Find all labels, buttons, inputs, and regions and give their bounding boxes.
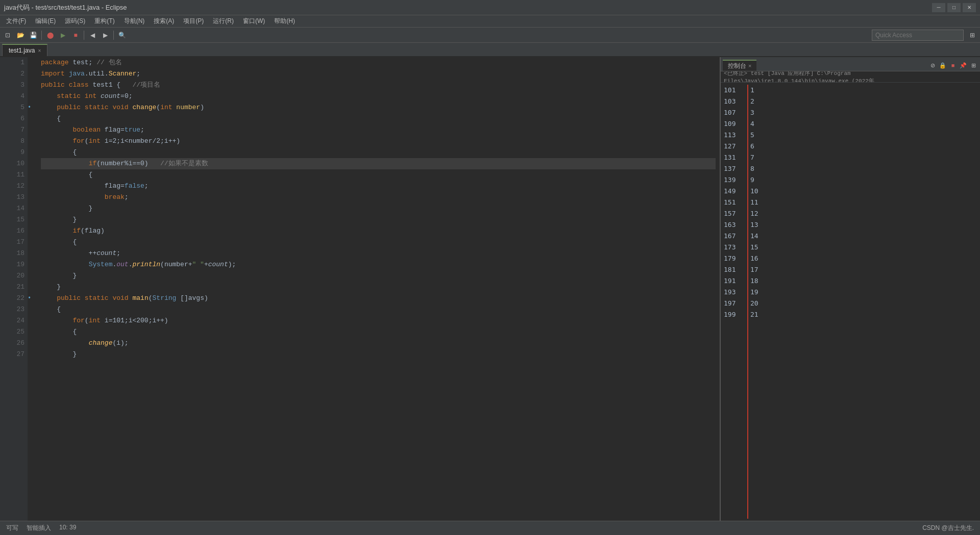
output-row-21-right: 21 <box>750 309 980 320</box>
code-line-25: { <box>41 326 716 338</box>
output-row-21-left: 199 <box>724 309 747 320</box>
tab-label: test1.java <box>9 47 35 54</box>
menu-edit[interactable]: 编辑(E) <box>31 16 60 27</box>
toolbar-separator-1 <box>41 31 42 40</box>
output-row-5-left: 113 <box>724 130 747 141</box>
output-row-10-right: 10 <box>750 186 980 197</box>
output-row-11-right: 11 <box>750 197 980 208</box>
menu-refactor[interactable]: 重构(T) <box>90 16 118 27</box>
output-row-6-right: 6 <box>750 141 980 152</box>
code-line-17: { <box>41 237 716 248</box>
output-row-13-left: 163 <box>724 219 747 231</box>
code-line-27: } <box>41 349 716 360</box>
toolbar-search-button[interactable]: 🔍 <box>116 30 128 41</box>
status-left: 可写 智能插入 10: 39 <box>6 524 76 532</box>
output-row-2-left: 103 <box>724 96 747 107</box>
output-row-18-right: 18 <box>750 275 980 287</box>
menu-source[interactable]: 源码(S) <box>61 16 89 27</box>
console-toolbar: ⊘ 🔒 ■ 📌 ⊞ <box>928 61 978 71</box>
output-row-5-right: 5 <box>750 130 980 141</box>
output-row-18-left: 191 <box>724 275 747 287</box>
breakpoint-gutter: • • <box>28 57 37 521</box>
menu-window[interactable]: 窗口(W) <box>239 16 269 27</box>
code-line-2: import java.util.Scanner; <box>41 68 716 80</box>
toolbar-left: ⊡ 📂 💾 ⬤ ▶ ■ ◀ ▶ 🔍 <box>2 30 128 41</box>
code-line-24: for(int i=101;i<200;i++) <box>41 315 716 326</box>
window-title: java代码 - test/src/test/test1.java - Ecli… <box>4 3 127 12</box>
quick-access-input[interactable] <box>872 30 964 41</box>
line-numbers: 1 2 3 4 5 6 7 8 9 10 11 12 13 14 15 16 1… <box>7 57 28 521</box>
console-path-text: <已终止> test [Java 应用程序] C:\Program Files\… <box>724 71 977 83</box>
code-line-22: public static void main(String []avgs) <box>41 293 716 304</box>
toolbar-stop-button[interactable]: ■ <box>70 30 81 41</box>
output-row-12-left: 157 <box>724 208 747 219</box>
console-tab-bar: 控制台 × ⊘ 🔒 ■ 📌 ⊞ <box>721 57 980 71</box>
output-row-7-right: 7 <box>750 152 980 163</box>
toolbar-run-button[interactable]: ▶ <box>57 30 68 41</box>
code-line-12: flag=false; <box>41 181 716 192</box>
output-row-12-right: 12 <box>750 208 980 219</box>
console-clear-button[interactable]: ⊘ <box>928 61 937 70</box>
code-editor[interactable]: package test; // 包名 import java.util.Sca… <box>37 57 720 521</box>
code-line-8: for(int i=2;i<number/2;i++) <box>41 136 716 147</box>
console-panel: 控制台 × ⊘ 🔒 ■ 📌 ⊞ <已终止> test [Java 应用程序] C… <box>720 57 980 521</box>
console-terminate-button[interactable]: ■ <box>948 61 958 70</box>
code-line-11: { <box>41 169 716 181</box>
console-pin-button[interactable]: 📌 <box>959 61 968 70</box>
minimize-button[interactable]: ─ <box>932 3 945 12</box>
menu-bar: 文件(F) 编辑(E) 源码(S) 重构(T) 导航(N) 搜索(A) 项目(P… <box>0 15 980 28</box>
code-line-4: static int count=0; <box>41 91 716 102</box>
code-line-13: break; <box>41 192 716 203</box>
toolbar-separator-3 <box>113 31 114 40</box>
console-tab-close[interactable]: × <box>748 63 751 69</box>
tab-close-icon[interactable]: × <box>38 48 41 54</box>
status-credit: CSDN @吉士先生. <box>922 524 974 532</box>
output-row-20-right: 20 <box>750 298 980 309</box>
code-line-7: boolean flag=true; <box>41 124 716 136</box>
toolbar-save-button[interactable]: 💾 <box>28 30 39 41</box>
menu-run[interactable]: 运行(R) <box>209 16 238 27</box>
console-new-button[interactable]: ⊞ <box>969 61 978 70</box>
toolbar-separator-2 <box>84 31 84 40</box>
output-row-4-left: 109 <box>724 118 747 130</box>
console-scroll-lock-button[interactable]: 🔒 <box>938 61 947 70</box>
console-tab-main[interactable]: 控制台 × <box>723 60 756 71</box>
menu-search[interactable]: 搜索(A) <box>150 16 178 27</box>
output-row-15-right: 15 <box>750 242 980 253</box>
output-row-8-right: 8 <box>750 163 980 174</box>
menu-project[interactable]: 项目(P) <box>179 16 208 27</box>
code-line-6: { <box>41 113 716 124</box>
output-row-14-left: 167 <box>724 231 747 242</box>
toolbar-new-button[interactable]: ⊡ <box>2 30 13 41</box>
toolbar-open-button[interactable]: 📂 <box>15 30 26 41</box>
output-row-16-right: 16 <box>750 253 980 264</box>
editor-tab-test1[interactable]: test1.java × <box>2 44 47 56</box>
output-row-9-left: 139 <box>724 174 747 186</box>
left-gutter <box>0 57 7 521</box>
menu-file[interactable]: 文件(F) <box>2 16 30 27</box>
close-button[interactable]: ✕ <box>963 3 976 12</box>
code-line-20: } <box>41 270 716 282</box>
output-row-14-right: 14 <box>750 231 980 242</box>
output-row-17-right: 17 <box>750 264 980 275</box>
status-writable: 可写 <box>6 524 18 532</box>
menu-help[interactable]: 帮助(H) <box>270 16 299 27</box>
toolbar-perspective-button[interactable]: ⊞ <box>967 30 978 41</box>
code-line-16: if(flag) <box>41 225 716 237</box>
output-row-9-right: 9 <box>750 174 980 186</box>
window-controls: ─ □ ✕ <box>932 3 976 12</box>
output-row-8-left: 137 <box>724 163 747 174</box>
code-line-9: { <box>41 147 716 158</box>
output-row-16-left: 179 <box>724 253 747 264</box>
output-row-3-right: 3 <box>750 107 980 118</box>
toolbar-prev-button[interactable]: ◀ <box>87 30 98 41</box>
toolbar-debug-button[interactable]: ⬤ <box>44 30 56 41</box>
editor-area: 1 2 3 4 5 6 7 8 9 10 11 12 13 14 15 16 1… <box>0 57 720 521</box>
menu-navigate[interactable]: 导航(N) <box>120 16 149 27</box>
output-row-20-left: 197 <box>724 298 747 309</box>
editor-tab-bar: test1.java × <box>0 43 980 57</box>
output-row-11-left: 151 <box>724 197 747 208</box>
maximize-button[interactable]: □ <box>947 3 961 12</box>
toolbar-next-button[interactable]: ▶ <box>100 30 111 41</box>
code-line-10: if(number%i==0) //如果不是素数 <box>41 158 716 169</box>
